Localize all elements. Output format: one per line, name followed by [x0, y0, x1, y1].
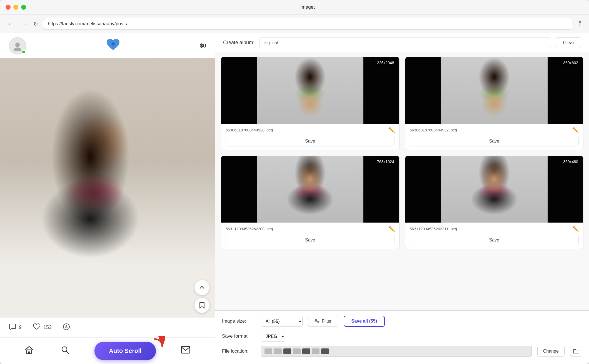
- bookmark-button[interactable]: [194, 298, 209, 313]
- image-filename: 563112094535262208.jpeg: [226, 227, 273, 231]
- auto-scroll-button[interactable]: Auto Scroll: [94, 342, 156, 360]
- filter-label: Filter: [322, 319, 332, 324]
- svg-line-8: [66, 351, 69, 354]
- dim-right: [548, 156, 583, 223]
- save-button-3[interactable]: Save: [226, 235, 395, 245]
- refresh-button[interactable]: ↻: [33, 21, 38, 27]
- bottom-controls: Image size: All (55) Filter Save all (55…: [215, 310, 589, 364]
- image-card-footer: 563112094535262208.jpeg ✏️ Save: [221, 223, 399, 249]
- like-stat: 153: [33, 323, 52, 332]
- save-all-button[interactable]: Save all (55): [344, 316, 385, 327]
- like-count: 153: [43, 325, 52, 330]
- folder-button[interactable]: [570, 346, 582, 357]
- image-size-badge: 1226x2048: [373, 60, 396, 66]
- comment-stat: 9: [9, 323, 22, 332]
- close-button[interactable]: [6, 5, 11, 10]
- traffic-lights: [6, 5, 26, 10]
- save-format-label: Save format:: [222, 333, 255, 339]
- change-button[interactable]: Change: [537, 346, 565, 357]
- image-card: 768x1024 563112094535262208.jpeg ✏️ Save: [221, 156, 400, 249]
- image-filename: 563063187608444928.jpeg: [226, 128, 273, 132]
- image-filename: 563063187608444932.jpeg: [410, 128, 457, 132]
- path-segment: [302, 348, 310, 354]
- post-footer: 9 153 $: [0, 317, 215, 337]
- path-segment: [312, 348, 320, 354]
- image-card: 360x480 563112094535262211.jpeg ✏️ Save: [405, 156, 584, 249]
- file-location-row: File location: Change: [222, 346, 582, 357]
- svg-rect-6: [28, 351, 30, 354]
- home-button[interactable]: [23, 343, 36, 358]
- share-icon[interactable]: ⤒: [577, 20, 582, 28]
- svg-text:$: $: [65, 325, 68, 329]
- scroll-up-button[interactable]: [194, 280, 209, 295]
- comment-icon: [9, 323, 16, 332]
- image-card-footer: 563063187608444932.jpeg ✏️ Save: [405, 124, 583, 150]
- image-card: 1226x2048 563063187608444928.jpeg ✏️ Sav…: [221, 57, 400, 150]
- filename-row: 563112094535262208.jpeg ✏️: [226, 226, 395, 232]
- search-button[interactable]: [58, 343, 72, 358]
- path-segment: [283, 348, 291, 354]
- album-input[interactable]: [259, 37, 551, 48]
- image-thumb: [441, 57, 548, 124]
- edit-icon[interactable]: ✏️: [389, 226, 395, 232]
- image-thumb: [257, 156, 363, 223]
- titlebar: Imaget: [0, 0, 589, 14]
- album-bar: Create album: Clear: [215, 33, 589, 52]
- bottom-nav-bar: Auto Scroll: [0, 337, 215, 364]
- images-grid: 1226x2048 563063187608444928.jpeg ✏️ Sav…: [215, 52, 589, 310]
- image-preview-2: 360x602: [405, 57, 583, 124]
- image-size-badge: 360x602: [561, 60, 580, 66]
- dim-right: [548, 57, 583, 124]
- save-button-1[interactable]: Save: [226, 136, 395, 146]
- forward-button[interactable]: →: [20, 19, 28, 29]
- tip-stat: $: [63, 323, 70, 332]
- format-row: Save format: JPEG: [222, 331, 582, 342]
- fullscreen-button[interactable]: [21, 5, 26, 10]
- dim-left: [221, 156, 257, 223]
- browser-bar: ← → ↻ ⤒: [0, 14, 589, 33]
- dim-left: [405, 57, 441, 124]
- save-button-4[interactable]: Save: [410, 235, 579, 245]
- image-size-row: Image size: All (55) Filter Save all (55…: [222, 316, 582, 327]
- person-image: [0, 58, 215, 317]
- mail-button[interactable]: [179, 344, 193, 358]
- dim-right: [363, 156, 399, 223]
- image-size-select[interactable]: All (55): [261, 316, 303, 327]
- image-preview-4: 360x480: [405, 156, 583, 223]
- window-title: Imaget: [32, 4, 583, 10]
- comment-count: 9: [19, 325, 22, 330]
- svg-point-13: [315, 320, 317, 321]
- svg-point-14: [318, 321, 319, 323]
- edit-icon[interactable]: ✏️: [573, 226, 579, 232]
- like-icon: [33, 323, 41, 332]
- image-preview-1: 1226x2048: [221, 57, 399, 124]
- svg-rect-9: [181, 346, 190, 353]
- file-location-label: File location:: [222, 348, 255, 354]
- brand-logo: [106, 38, 121, 54]
- url-input[interactable]: [43, 18, 572, 30]
- back-button[interactable]: ←: [7, 19, 15, 29]
- app-window: Imaget ← → ↻ ⤒: [0, 0, 589, 364]
- dim-left: [221, 57, 257, 124]
- svg-point-1: [14, 48, 21, 51]
- balance: $0: [200, 43, 206, 49]
- dim-left: [405, 156, 441, 223]
- path-segment: [321, 348, 329, 354]
- tip-icon: $: [63, 323, 70, 332]
- edit-icon[interactable]: ✏️: [389, 127, 395, 133]
- minimize-button[interactable]: [13, 5, 18, 10]
- clear-button[interactable]: Clear: [556, 37, 581, 48]
- format-select[interactable]: JPEG: [261, 331, 285, 342]
- imaget-panel: Create album: Clear 1226x2048: [215, 33, 589, 364]
- filter-button[interactable]: Filter: [308, 316, 338, 327]
- image-preview-3: 768x1024: [221, 156, 399, 223]
- path-segment: [264, 348, 272, 354]
- browser-panel: $0: [0, 33, 215, 364]
- avatar-container: [9, 37, 26, 54]
- image-card-footer: 563112094535262211.jpeg ✏️ Save: [405, 223, 583, 249]
- edit-icon[interactable]: ✏️: [573, 127, 579, 133]
- save-button-2[interactable]: Save: [410, 136, 579, 146]
- filename-row: 563112094535262211.jpeg ✏️: [410, 226, 579, 232]
- online-indicator: [22, 50, 26, 54]
- fansly-header: $0: [0, 33, 215, 58]
